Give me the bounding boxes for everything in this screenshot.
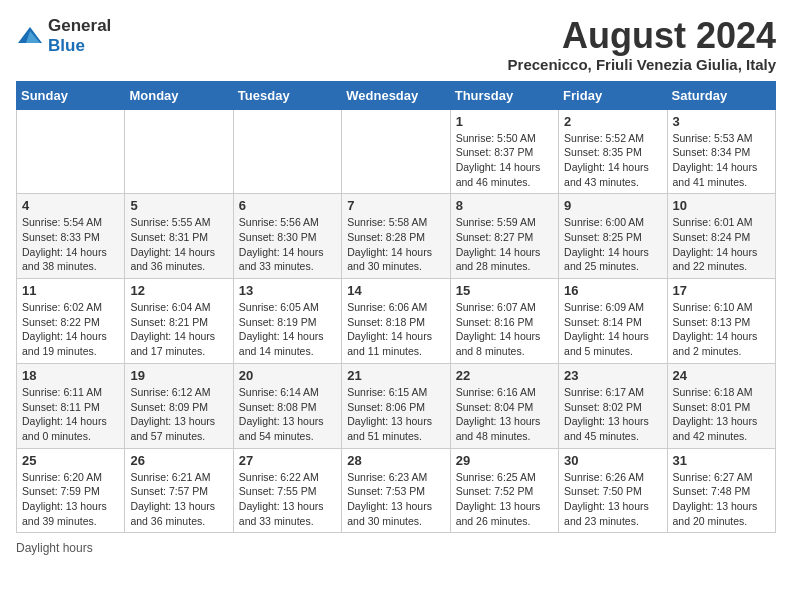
calendar-cell: 23Sunrise: 6:17 AM Sunset: 8:02 PM Dayli… — [559, 363, 667, 448]
logo-blue: Blue — [48, 36, 85, 55]
calendar-cell — [17, 109, 125, 194]
logo-general: General — [48, 16, 111, 35]
day-number: 8 — [456, 198, 553, 213]
calendar-cell: 11Sunrise: 6:02 AM Sunset: 8:22 PM Dayli… — [17, 279, 125, 364]
day-number: 19 — [130, 368, 227, 383]
calendar-cell: 27Sunrise: 6:22 AM Sunset: 7:55 PM Dayli… — [233, 448, 341, 533]
day-info: Sunrise: 6:22 AM Sunset: 7:55 PM Dayligh… — [239, 470, 336, 529]
calendar-cell — [233, 109, 341, 194]
calendar-cell: 9Sunrise: 6:00 AM Sunset: 8:25 PM Daylig… — [559, 194, 667, 279]
day-info: Sunrise: 6:10 AM Sunset: 8:13 PM Dayligh… — [673, 300, 770, 359]
calendar-cell: 20Sunrise: 6:14 AM Sunset: 8:08 PM Dayli… — [233, 363, 341, 448]
logo: General Blue — [16, 16, 111, 56]
day-info: Sunrise: 6:26 AM Sunset: 7:50 PM Dayligh… — [564, 470, 661, 529]
calendar-cell: 21Sunrise: 6:15 AM Sunset: 8:06 PM Dayli… — [342, 363, 450, 448]
calendar-cell: 8Sunrise: 5:59 AM Sunset: 8:27 PM Daylig… — [450, 194, 558, 279]
calendar-week-row: 1Sunrise: 5:50 AM Sunset: 8:37 PM Daylig… — [17, 109, 776, 194]
day-number: 29 — [456, 453, 553, 468]
calendar-cell — [125, 109, 233, 194]
calendar-cell: 2Sunrise: 5:52 AM Sunset: 8:35 PM Daylig… — [559, 109, 667, 194]
calendar-week-row: 18Sunrise: 6:11 AM Sunset: 8:11 PM Dayli… — [17, 363, 776, 448]
calendar-cell: 4Sunrise: 5:54 AM Sunset: 8:33 PM Daylig… — [17, 194, 125, 279]
day-info: Sunrise: 6:21 AM Sunset: 7:57 PM Dayligh… — [130, 470, 227, 529]
day-info: Sunrise: 5:55 AM Sunset: 8:31 PM Dayligh… — [130, 215, 227, 274]
calendar-cell: 29Sunrise: 6:25 AM Sunset: 7:52 PM Dayli… — [450, 448, 558, 533]
day-info: Sunrise: 6:14 AM Sunset: 8:08 PM Dayligh… — [239, 385, 336, 444]
footer-note: Daylight hours — [16, 541, 776, 555]
day-info: Sunrise: 6:18 AM Sunset: 8:01 PM Dayligh… — [673, 385, 770, 444]
calendar-cell: 5Sunrise: 5:55 AM Sunset: 8:31 PM Daylig… — [125, 194, 233, 279]
day-info: Sunrise: 5:59 AM Sunset: 8:27 PM Dayligh… — [456, 215, 553, 274]
day-number: 6 — [239, 198, 336, 213]
day-info: Sunrise: 6:17 AM Sunset: 8:02 PM Dayligh… — [564, 385, 661, 444]
day-number: 21 — [347, 368, 444, 383]
calendar-cell: 15Sunrise: 6:07 AM Sunset: 8:16 PM Dayli… — [450, 279, 558, 364]
day-info: Sunrise: 6:12 AM Sunset: 8:09 PM Dayligh… — [130, 385, 227, 444]
calendar-cell: 24Sunrise: 6:18 AM Sunset: 8:01 PM Dayli… — [667, 363, 775, 448]
day-number: 31 — [673, 453, 770, 468]
calendar-cell: 22Sunrise: 6:16 AM Sunset: 8:04 PM Dayli… — [450, 363, 558, 448]
page-subtitle: Precenicco, Friuli Venezia Giulia, Italy — [508, 56, 776, 73]
day-number: 14 — [347, 283, 444, 298]
day-info: Sunrise: 5:50 AM Sunset: 8:37 PM Dayligh… — [456, 131, 553, 190]
calendar-week-row: 25Sunrise: 6:20 AM Sunset: 7:59 PM Dayli… — [17, 448, 776, 533]
weekday-header: Tuesday — [233, 81, 341, 109]
weekday-header: Thursday — [450, 81, 558, 109]
day-info: Sunrise: 6:05 AM Sunset: 8:19 PM Dayligh… — [239, 300, 336, 359]
calendar-cell: 10Sunrise: 6:01 AM Sunset: 8:24 PM Dayli… — [667, 194, 775, 279]
day-info: Sunrise: 6:23 AM Sunset: 7:53 PM Dayligh… — [347, 470, 444, 529]
logo-icon — [16, 25, 44, 47]
day-info: Sunrise: 6:01 AM Sunset: 8:24 PM Dayligh… — [673, 215, 770, 274]
day-number: 7 — [347, 198, 444, 213]
day-number: 24 — [673, 368, 770, 383]
day-number: 26 — [130, 453, 227, 468]
day-number: 9 — [564, 198, 661, 213]
calendar-cell: 3Sunrise: 5:53 AM Sunset: 8:34 PM Daylig… — [667, 109, 775, 194]
day-number: 15 — [456, 283, 553, 298]
weekday-header: Monday — [125, 81, 233, 109]
day-number: 12 — [130, 283, 227, 298]
day-info: Sunrise: 5:54 AM Sunset: 8:33 PM Dayligh… — [22, 215, 119, 274]
day-number: 16 — [564, 283, 661, 298]
calendar-cell: 28Sunrise: 6:23 AM Sunset: 7:53 PM Dayli… — [342, 448, 450, 533]
calendar: SundayMondayTuesdayWednesdayThursdayFrid… — [16, 81, 776, 534]
weekday-header: Wednesday — [342, 81, 450, 109]
calendar-cell: 1Sunrise: 5:50 AM Sunset: 8:37 PM Daylig… — [450, 109, 558, 194]
calendar-week-row: 4Sunrise: 5:54 AM Sunset: 8:33 PM Daylig… — [17, 194, 776, 279]
day-info: Sunrise: 6:04 AM Sunset: 8:21 PM Dayligh… — [130, 300, 227, 359]
day-info: Sunrise: 6:11 AM Sunset: 8:11 PM Dayligh… — [22, 385, 119, 444]
day-number: 22 — [456, 368, 553, 383]
calendar-cell: 18Sunrise: 6:11 AM Sunset: 8:11 PM Dayli… — [17, 363, 125, 448]
day-number: 10 — [673, 198, 770, 213]
day-info: Sunrise: 6:27 AM Sunset: 7:48 PM Dayligh… — [673, 470, 770, 529]
calendar-cell: 7Sunrise: 5:58 AM Sunset: 8:28 PM Daylig… — [342, 194, 450, 279]
day-info: Sunrise: 6:06 AM Sunset: 8:18 PM Dayligh… — [347, 300, 444, 359]
day-number: 20 — [239, 368, 336, 383]
calendar-week-row: 11Sunrise: 6:02 AM Sunset: 8:22 PM Dayli… — [17, 279, 776, 364]
calendar-cell: 12Sunrise: 6:04 AM Sunset: 8:21 PM Dayli… — [125, 279, 233, 364]
day-info: Sunrise: 5:53 AM Sunset: 8:34 PM Dayligh… — [673, 131, 770, 190]
day-number: 18 — [22, 368, 119, 383]
calendar-cell: 31Sunrise: 6:27 AM Sunset: 7:48 PM Dayli… — [667, 448, 775, 533]
calendar-cell: 16Sunrise: 6:09 AM Sunset: 8:14 PM Dayli… — [559, 279, 667, 364]
day-number: 23 — [564, 368, 661, 383]
daylight-label: Daylight hours — [16, 541, 93, 555]
day-number: 1 — [456, 114, 553, 129]
weekday-header: Friday — [559, 81, 667, 109]
page-title: August 2024 — [508, 16, 776, 56]
day-number: 2 — [564, 114, 661, 129]
day-info: Sunrise: 6:09 AM Sunset: 8:14 PM Dayligh… — [564, 300, 661, 359]
day-info: Sunrise: 5:58 AM Sunset: 8:28 PM Dayligh… — [347, 215, 444, 274]
day-info: Sunrise: 5:56 AM Sunset: 8:30 PM Dayligh… — [239, 215, 336, 274]
calendar-cell: 30Sunrise: 6:26 AM Sunset: 7:50 PM Dayli… — [559, 448, 667, 533]
day-info: Sunrise: 6:07 AM Sunset: 8:16 PM Dayligh… — [456, 300, 553, 359]
weekday-header: Sunday — [17, 81, 125, 109]
calendar-cell: 19Sunrise: 6:12 AM Sunset: 8:09 PM Dayli… — [125, 363, 233, 448]
day-number: 27 — [239, 453, 336, 468]
day-info: Sunrise: 6:16 AM Sunset: 8:04 PM Dayligh… — [456, 385, 553, 444]
day-info: Sunrise: 6:25 AM Sunset: 7:52 PM Dayligh… — [456, 470, 553, 529]
day-number: 13 — [239, 283, 336, 298]
day-number: 3 — [673, 114, 770, 129]
day-info: Sunrise: 6:20 AM Sunset: 7:59 PM Dayligh… — [22, 470, 119, 529]
day-number: 17 — [673, 283, 770, 298]
